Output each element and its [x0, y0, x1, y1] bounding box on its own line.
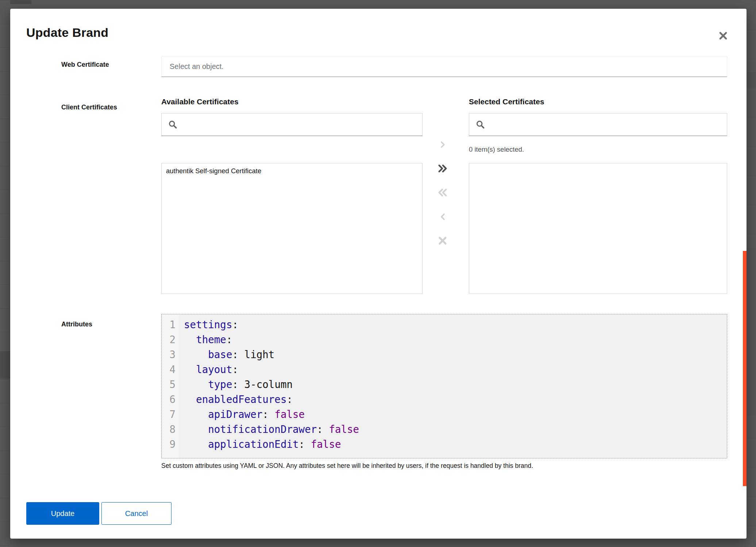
dual-list-controls — [434, 137, 451, 248]
selected-search — [469, 113, 727, 136]
add-selected-button[interactable] — [435, 137, 451, 152]
remove-selected-button[interactable] — [435, 209, 451, 224]
code-line: theme: — [184, 332, 727, 347]
search-icon — [168, 120, 178, 129]
screen: Update Brand Web Certificate Client Cert… — [0, 0, 756, 547]
angle-left-icon — [439, 213, 447, 221]
update-brand-modal: Update Brand Web Certificate Client Cert… — [10, 9, 747, 539]
code-line-numbers: 123456789 — [162, 314, 179, 458]
available-certificates-list: authentik Self-signed Certificate — [161, 163, 423, 294]
update-button[interactable]: Update — [26, 502, 99, 525]
selected-certificates-list — [469, 163, 727, 294]
attributes-help-text: Set custom attributes using YAML or JSON… — [161, 462, 533, 470]
selected-certificates-heading: Selected Certificates — [469, 97, 544, 106]
attributes-code-editor[interactable]: 123456789 settings: theme: base: light l… — [161, 314, 727, 458]
close-icon — [719, 31, 728, 40]
list-item[interactable]: authentik Self-signed Certificate — [162, 163, 422, 179]
available-search-input[interactable] — [183, 121, 416, 129]
attributes-label: Attributes — [61, 321, 92, 328]
client-certificates-label: Client Certificates — [61, 104, 117, 111]
remove-all-button[interactable] — [435, 185, 451, 200]
code-line: notificationDrawer: false — [184, 422, 727, 437]
code-line: apiDrawer: false — [184, 407, 727, 422]
web-certificate-select[interactable] — [161, 56, 727, 77]
backdrop-top-tab — [10, 0, 31, 4]
selected-search-input[interactable] — [490, 121, 720, 129]
available-search — [161, 113, 423, 136]
close-icon — [438, 236, 447, 245]
cancel-button[interactable]: Cancel — [101, 502, 171, 525]
backdrop-right-segment — [747, 72, 756, 88]
page-title: Update Brand — [26, 26, 108, 40]
backdrop-right-segment — [747, 248, 756, 416]
scroll-indicator-bar — [743, 251, 747, 486]
code-line: enabledFeatures: — [184, 392, 727, 407]
search-icon — [476, 120, 485, 129]
available-certificates-heading: Available Certificates — [161, 97, 239, 106]
code-line: settings: — [184, 317, 727, 332]
backdrop-sidebar-highlight — [0, 351, 10, 379]
close-button[interactable] — [717, 29, 730, 42]
backdrop-sidebar-texture — [0, 0, 10, 547]
add-all-button[interactable] — [435, 161, 451, 176]
code-line: applicationEdit: false — [184, 437, 727, 452]
clear-selection-button[interactable] — [435, 233, 451, 248]
code-line: layout: — [184, 362, 727, 377]
selected-count-status: 0 item(s) selected. — [469, 146, 524, 154]
code-content: settings: theme: base: light layout: typ… — [179, 314, 727, 458]
code-line: base: light — [184, 347, 727, 362]
web-certificate-label: Web Certificate — [61, 61, 109, 69]
angle-double-right-icon — [437, 164, 448, 173]
angle-right-icon — [439, 141, 447, 148]
angle-double-left-icon — [437, 188, 448, 197]
code-line: type: 3-column — [184, 377, 727, 392]
